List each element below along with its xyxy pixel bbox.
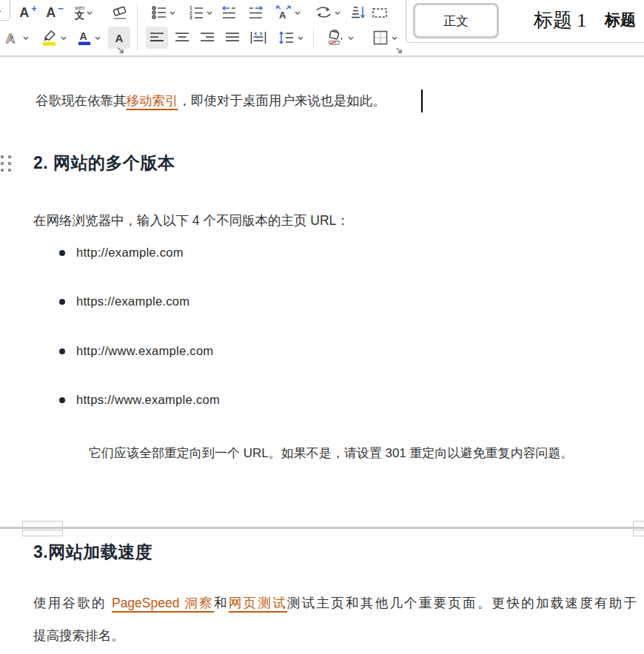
justify-button[interactable] xyxy=(221,27,244,49)
bullet-icon xyxy=(59,348,65,354)
asian-layout-icon xyxy=(315,4,332,21)
font-color-icon: A xyxy=(76,29,93,47)
sort-button[interactable] xyxy=(346,1,369,24)
chevron-down-icon xyxy=(392,36,398,40)
dialog-launcher-icon xyxy=(117,47,126,55)
align-center-icon xyxy=(174,30,190,45)
paragraph-enter-urls[interactable]: 在网络浏览器中，输入以下 4 个不同版本的主页 URL： xyxy=(33,209,551,232)
page-break-mark xyxy=(633,521,644,527)
chevron-down-icon xyxy=(95,36,101,40)
align-right-icon xyxy=(199,30,215,45)
hyperlink[interactable]: 移动索引 xyxy=(127,93,178,108)
bullets-icon xyxy=(151,4,167,21)
list-item-text: https://www.example.com xyxy=(76,393,220,407)
text-effects-button[interactable]: A xyxy=(0,27,31,49)
highlight-icon xyxy=(41,29,58,47)
chevron-down-icon xyxy=(335,11,341,15)
page-break-mark xyxy=(633,530,644,536)
text-effects-icon: A xyxy=(3,29,21,47)
align-right-button[interactable] xyxy=(196,27,218,49)
line-spacing-icon xyxy=(278,30,295,46)
list-item[interactable]: http://www.example.com xyxy=(59,344,213,358)
text-run: 使用谷歌的 xyxy=(33,596,112,610)
page-break-line xyxy=(0,527,644,529)
minus-glyph: − xyxy=(58,4,64,13)
grid-settings-icon xyxy=(371,4,389,21)
grid-settings-button[interactable] xyxy=(369,1,391,24)
distributed-icon xyxy=(249,30,267,45)
align-left-button[interactable] xyxy=(146,27,168,49)
heading-site-speed[interactable]: 3.网站加载速度 xyxy=(33,541,152,564)
list-item[interactable]: https://www.example.com xyxy=(59,393,220,407)
list-item[interactable]: http://example.com xyxy=(59,246,184,260)
chevron-down-icon xyxy=(298,36,303,40)
page-break-mark xyxy=(22,521,63,527)
font-color-button[interactable]: A xyxy=(73,27,104,49)
chevron-down-icon xyxy=(207,11,212,15)
hyperlink[interactable]: 网页测试 xyxy=(229,596,287,610)
style-heading[interactable]: 标题 xyxy=(605,1,644,39)
style-normal-label: 正文 xyxy=(443,13,469,30)
svg-text:A: A xyxy=(79,30,87,42)
sort-icon xyxy=(349,4,366,21)
paragraph-pagespeed-line2[interactable]: 提高搜索排名。 xyxy=(33,625,637,646)
hyperlink[interactable]: PageSpeed 洞察 xyxy=(112,596,214,610)
align-center-button[interactable] xyxy=(171,27,193,49)
bullet-icon xyxy=(59,397,65,403)
clear-formatting-button[interactable] xyxy=(108,1,132,24)
style-normal[interactable]: 正文 xyxy=(413,3,499,38)
text-run: 测试主页和其他几个重要页面。更快的加载速度有助于 xyxy=(287,596,637,610)
list-item-text: http://example.com xyxy=(76,246,184,260)
bullets-button[interactable] xyxy=(147,1,179,24)
shrink-font-button[interactable]: A− xyxy=(43,1,67,24)
highlight-button[interactable] xyxy=(37,27,70,49)
word-window: A+ A− wén文 xyxy=(0,0,644,654)
paragraph-redirect-note[interactable]: 它们应该全部重定向到一个 URL。如果不是，请设置 301 重定向以避免重复内容… xyxy=(89,442,637,465)
paragraph-drag-handle-icon[interactable] xyxy=(1,155,13,176)
paragraph-pagespeed-line1[interactable]: 使用谷歌的 PageSpeed 洞察和网页测试测试主页和其他几个重要页面。更快的… xyxy=(33,593,637,613)
phonetic-guide-button[interactable]: wén文 xyxy=(68,1,99,24)
shading-button[interactable] xyxy=(323,27,357,49)
character-scale-button[interactable]: A xyxy=(271,1,303,24)
distributed-button[interactable] xyxy=(246,27,270,49)
document-canvas[interactable]: 谷歌现在依靠其移动索引，即使对于桌面用户来说也是如此。 2. 网站的多个版本 在… xyxy=(0,57,644,654)
increase-indent-icon xyxy=(247,4,264,21)
dialog-launcher-icon xyxy=(395,47,404,55)
group-divider xyxy=(313,28,314,47)
svg-text:A: A xyxy=(6,32,15,46)
svg-text:A: A xyxy=(279,10,286,21)
shrink-font-icon: A xyxy=(46,6,56,19)
chevron-down-icon xyxy=(23,36,29,40)
bullet-icon xyxy=(59,299,65,305)
text-cursor xyxy=(421,90,423,112)
list-item[interactable]: https://example.com xyxy=(59,294,189,309)
line-spacing-button[interactable] xyxy=(274,27,306,49)
borders-icon xyxy=(372,29,389,47)
paragraph-dialog-launcher[interactable] xyxy=(395,45,404,54)
page-break-mark xyxy=(22,530,63,536)
style-heading1-label: 标题 1 xyxy=(534,7,587,33)
grow-font-icon: A xyxy=(19,6,29,19)
decrease-indent-button[interactable] xyxy=(218,1,240,24)
numbering-button[interactable]: 123 xyxy=(184,1,216,24)
decrease-indent-icon xyxy=(221,4,237,21)
font-dialog-launcher[interactable] xyxy=(117,45,126,54)
check-icon xyxy=(0,9,1,16)
chevron-down-icon xyxy=(348,36,354,40)
asian-layout-button[interactable] xyxy=(311,1,343,24)
style-heading1[interactable]: 标题 1 xyxy=(510,1,610,39)
paragraph-mobile-index[interactable]: 谷歌现在依靠其移动索引，即使对于桌面用户来说也是如此。 xyxy=(36,90,435,112)
group-divider xyxy=(137,4,138,50)
plus-glyph: + xyxy=(31,4,37,13)
justify-icon xyxy=(224,30,241,45)
heading-site-versions[interactable]: 2. 网站的多个版本 xyxy=(33,152,175,175)
shading-icon xyxy=(326,29,346,47)
numbering-icon: 123 xyxy=(188,4,204,21)
ribbon: A+ A− wén文 xyxy=(0,0,644,57)
character-shading-icon: A xyxy=(115,32,124,44)
text-run: 谷歌现在依靠其 xyxy=(36,93,127,108)
font-size-combobox-fragment[interactable] xyxy=(0,0,10,21)
chevron-down-icon xyxy=(61,36,67,40)
increase-indent-button[interactable] xyxy=(244,1,266,24)
grow-font-button[interactable]: A+ xyxy=(16,1,40,24)
